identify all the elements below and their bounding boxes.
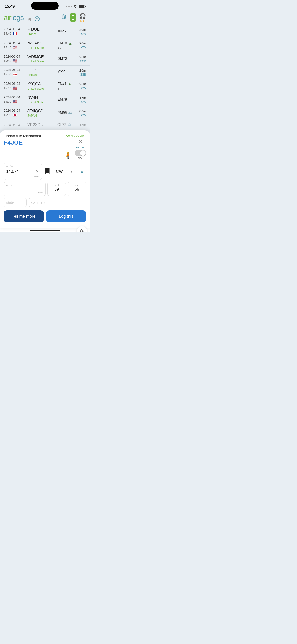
freq-row: on freq... 14.074 ✕ MHz CW ▼ ▲: [4, 163, 86, 180]
freq-clear-button[interactable]: ✕: [34, 168, 40, 174]
log-callsign-area: NV4H United State...: [26, 95, 57, 104]
log-time-flag: 15:39 🇺🇸: [4, 86, 26, 90]
log-callsign: NV4H: [28, 95, 57, 100]
log-grid: EN41: [57, 82, 66, 86]
expand-button[interactable]: ▲: [78, 167, 86, 176]
award-tree-icon: ▲: [68, 40, 72, 46]
swl-toggle[interactable]: SWL: [74, 150, 86, 160]
logo-air: air: [4, 13, 11, 22]
sent-rst-wrap[interactable]: sent 59: [48, 182, 66, 196]
mode-select[interactable]: CW ▼: [53, 167, 76, 176]
action-buttons: Tell me more Log this: [4, 210, 86, 222]
log-band-mode: 80m CW: [76, 109, 86, 117]
log-callsign: JF4IQS/1: [28, 109, 57, 113]
country-flag-icon: 🇯🇵: [13, 113, 17, 117]
log-entry[interactable]: 2024-06-04 15:39 🇺🇸 K9QCA United State..…: [0, 79, 90, 93]
rcvd-rst-wrap[interactable]: rcvd 59: [68, 182, 86, 196]
panel-callsign[interactable]: F4JOE: [4, 139, 41, 146]
help-icon[interactable]: ?: [34, 16, 40, 22]
log-mode: CW: [76, 32, 86, 36]
log-entry[interactable]: 2024-06-04 15:45 🇺🇸 WD5JOE United State.…: [0, 52, 90, 66]
country-flag-icon: 🇺🇸: [13, 86, 17, 90]
log-country: United State...: [28, 60, 57, 63]
log-date: 2024-06-04: [4, 68, 26, 72]
rx-input-wrap[interactable]: rx on ... MHz: [4, 182, 46, 196]
log-band-mode: 15m: [76, 123, 86, 127]
freq-label: on freq...: [6, 165, 39, 168]
status-bar: 15:49: [0, 0, 90, 11]
headset-container[interactable]: 🎧 T3ST: [79, 13, 86, 22]
log-time: 15:40: [4, 72, 11, 76]
svg-point-2: [73, 19, 73, 19]
log-grid: DM72: [57, 57, 67, 61]
battery-icon: [79, 5, 85, 8]
log-entry[interactable]: 2024-06-04 15:39 🇯🇵 JF4IQS/1 JAPAN PM95 …: [0, 106, 90, 120]
svg-rect-1: [72, 16, 74, 19]
log-time: 15:46: [4, 46, 11, 49]
log-entry[interactable]: 2024-06-04 VR2XDU OL72 ⛰ 15m: [0, 120, 90, 130]
panel-full-name: Florian /Flo Maisonnial: [4, 134, 41, 138]
swl-label: SWL: [77, 157, 83, 160]
log-mode: CW: [76, 100, 86, 104]
log-band: 20m: [76, 28, 86, 32]
log-grid-area: EM79: [57, 98, 76, 102]
freq-value[interactable]: 14.074: [6, 169, 34, 174]
log-time: 15:39: [4, 113, 11, 117]
log-date: 2024-06-04: [4, 109, 26, 112]
log-band: 80m: [76, 109, 86, 113]
log-datetime: 2024-06-04 15:45 🇺🇸: [4, 54, 26, 63]
log-datetime: 2024-06-04 15:46 🇫🇷: [4, 27, 26, 36]
log-callsign-area: N4JAW United State...: [26, 41, 57, 50]
sent-label: sent: [51, 184, 62, 186]
phone-icon[interactable]: [70, 13, 76, 22]
log-date: 2024-06-04: [4, 123, 26, 127]
log-date: 2024-06-04: [4, 54, 26, 58]
log-date: 2024-06-04: [4, 95, 26, 99]
log-grid-area: OL72 ⛰: [57, 122, 76, 128]
log-band-mode: 20m SSB: [76, 55, 86, 63]
log-datetime: 2024-06-04 15:39 🇯🇵: [4, 109, 26, 117]
rx-row: rx on ... MHz sent 59 rcvd 59: [4, 182, 86, 196]
comment-input[interactable]: comment: [28, 198, 86, 207]
log-callsign-area: WD5JOE United State...: [26, 54, 57, 63]
status-time: 15:49: [4, 4, 14, 9]
log-time: 15:46: [4, 32, 11, 35]
log-entry[interactable]: 2024-06-04 15:40 🏴󠁧󠁢󠁥󠁮󠁧󠁿 G5LSI England I…: [0, 66, 90, 79]
log-country: France: [28, 32, 57, 36]
rcvd-value: 59: [71, 187, 83, 192]
log-country: United State...: [28, 87, 57, 90]
award-mountain-icon: ⛰: [67, 122, 72, 127]
bookmark-button[interactable]: [44, 168, 51, 175]
log-entry[interactable]: 2024-06-04 15:46 🇫🇷 F4JOE France JN25 20…: [0, 25, 90, 38]
freq-input-wrap: on freq... 14.074 ✕ MHz: [4, 163, 42, 180]
log-entry[interactable]: 2024-06-04 15:46 🇺🇸 N4JAW United State..…: [0, 38, 90, 52]
bottom-panel: Florian /Flo Maisonnial F4JOE worked bef…: [0, 130, 90, 228]
status-icons: [66, 4, 85, 8]
log-grid-area: JN25: [57, 29, 76, 34]
log-country: JAPAN: [28, 114, 57, 117]
header-actions: 🎧 T3ST: [61, 13, 86, 22]
log-callsign: K9QCA: [28, 82, 57, 86]
log-grid-area: EM78 ▲ KY: [57, 40, 76, 50]
panel-name-area: Florian /Flo Maisonnial F4JOE: [4, 134, 41, 146]
state-input[interactable]: state: [4, 198, 27, 207]
state-placeholder: state: [6, 200, 14, 204]
toggle-track[interactable]: [74, 150, 86, 156]
log-grid-area: EN41 ▲ IL: [57, 81, 76, 90]
log-callsign: G5LSI: [28, 68, 57, 72]
log-grid-sub: IL: [57, 87, 76, 90]
log-date: 2024-06-04: [4, 41, 26, 45]
gear-icon[interactable]: [61, 14, 67, 21]
country-flag-icon: 🇺🇸: [13, 45, 17, 50]
log-grid: IO95: [57, 70, 66, 74]
log-band-mode: 20m CW: [76, 41, 86, 49]
log-this-button[interactable]: Log this: [46, 210, 86, 222]
rx-unit: MHz: [6, 191, 43, 194]
log-grid: OL72: [57, 123, 66, 127]
log-entry[interactable]: 2024-06-04 15:39 🇺🇸 NV4H United State...…: [0, 93, 90, 106]
close-button[interactable]: ✕: [77, 138, 84, 145]
log-band-mode: 20m CW: [76, 28, 86, 36]
wifi-icon: [73, 4, 77, 8]
tell-me-more-button[interactable]: Tell me more: [4, 210, 44, 222]
log-datetime: 2024-06-04 15:39 🇺🇸: [4, 82, 26, 90]
